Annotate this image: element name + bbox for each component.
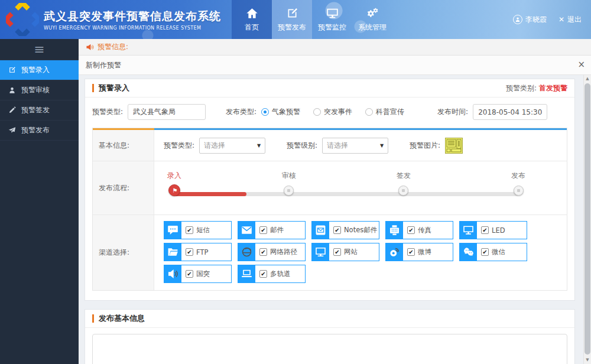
entry-detail-table: 基本信息: 预警类型: 请选择▼ 预警级别: 请选择▼ 预警图片:	[92, 128, 567, 291]
warning-category: 预警类别:首发预警	[506, 83, 567, 93]
ftp-icon	[164, 243, 181, 261]
checkbox-icon[interactable]: ✔	[259, 270, 267, 278]
checkbox-icon[interactable]: ✔	[333, 226, 341, 234]
channel-option[interactable]: ✔ 多轨道	[238, 265, 306, 283]
publish-panel-title: 发布基本信息	[99, 313, 145, 324]
channel-option[interactable]: ✔ 微博	[385, 243, 453, 261]
publish-info-textarea[interactable]	[92, 334, 567, 364]
channel-option[interactable]: ✔ Notes邮件	[311, 221, 379, 239]
sidebar-item[interactable]: 预警录入	[0, 60, 79, 80]
warning-entry-panel: 预警录入 预警类别:首发预警 预警类型: 发布类型: 气象预警 突发事件 科普宣…	[85, 79, 575, 301]
scroll-up-icon[interactable]: ▲	[584, 75, 591, 83]
channel-label: 传真	[418, 226, 431, 235]
gears-icon	[366, 7, 379, 20]
channel-label: 多轨道	[270, 269, 291, 278]
logout-label: 退出	[567, 15, 582, 25]
warning-type-input[interactable]	[128, 104, 206, 120]
scrollbar-thumb[interactable]	[584, 83, 590, 355]
channel-option[interactable]: ✔ 网站	[311, 243, 379, 261]
publish-type-radio[interactable]: 气象预警	[261, 107, 300, 117]
flow-step-handle[interactable]	[168, 184, 180, 196]
warning-type-select[interactable]: 请选择▼	[199, 138, 265, 154]
tab-bar: 新制作预警 ×	[79, 56, 591, 75]
channel-option[interactable]: ✔ LED	[459, 221, 527, 239]
publish-flow-row: 发布流程: 录入 审核 签发 发布	[93, 161, 567, 215]
megaphone-icon	[86, 43, 94, 51]
channel-option[interactable]: ✔ 短信	[164, 221, 232, 239]
flow-step-handle[interactable]	[398, 186, 408, 196]
flow-slider: 录入 审核 签发 发布	[166, 171, 555, 207]
flow-step: 签发	[383, 171, 424, 196]
app-logo	[6, 3, 39, 36]
checkbox-icon[interactable]: ✔	[481, 226, 489, 234]
flow-step: 录入	[154, 171, 195, 196]
sidebar-item[interactable]: 预警审核	[0, 80, 79, 100]
led-icon	[460, 222, 477, 239]
sidebar-item-label: 预警签发	[21, 105, 50, 115]
checkbox-icon[interactable]: ✔	[186, 226, 193, 234]
checkbox-icon[interactable]: ✔	[186, 248, 193, 256]
checkbox-icon[interactable]: ✔	[186, 270, 193, 278]
channel-label: Notes邮件	[344, 226, 377, 235]
chevron-down-icon: ▼	[380, 143, 384, 148]
basic-info-label: 基本信息:	[93, 130, 154, 161]
channel-select-row: 渠道选择: ✔ 短信 ✔ 邮件 ✔ Notes邮件 ✔ 传真 ✔	[93, 215, 567, 290]
radio-icon	[365, 108, 373, 116]
scroll-down-icon[interactable]: ▼	[584, 356, 591, 364]
channel-option[interactable]: ✔ 传真	[385, 221, 453, 239]
flow-step-handle[interactable]	[514, 186, 524, 196]
checkbox-icon[interactable]: ✔	[481, 248, 489, 256]
edit-icon	[8, 66, 16, 74]
channel-label: 网站	[344, 248, 358, 256]
accent-bar	[92, 84, 94, 92]
publish-type-radio[interactable]: 突发事件	[313, 107, 352, 117]
nav-item-label: 系统管理	[358, 22, 387, 32]
tab-new-warning[interactable]: 新制作预警	[86, 60, 121, 70]
sidebar-item[interactable]: 预警签发	[0, 100, 79, 121]
notice-label: 预警信息:	[98, 42, 128, 52]
radio-icon	[261, 108, 269, 116]
close-icon[interactable]: ×	[577, 60, 585, 69]
publish-time-input[interactable]	[473, 104, 547, 120]
checkbox-icon[interactable]: ✔	[407, 226, 415, 234]
channel-select-label: 渠道选择:	[93, 215, 154, 290]
website-icon	[312, 243, 329, 261]
logout-button[interactable]: ✕ 退出	[558, 15, 582, 25]
sidebar-item-label: 预警录入	[21, 65, 50, 75]
publish-type-radio[interactable]: 科普宣传	[365, 107, 404, 117]
channel-option[interactable]: ✔ 邮件	[238, 221, 306, 239]
user-menu[interactable]: 李晓霞	[513, 15, 547, 25]
nav-item[interactable]: 系统管理	[352, 0, 392, 39]
nav-item[interactable]: 首页	[232, 0, 272, 39]
publish-type-label: 发布类型:	[226, 107, 256, 117]
checkbox-icon[interactable]: ✔	[333, 248, 341, 256]
channel-option[interactable]: ✔ 微信	[459, 243, 527, 261]
nav-item[interactable]: 预警监控	[312, 0, 352, 39]
checkbox-icon[interactable]: ✔	[259, 226, 267, 234]
menu-toggle-icon[interactable]: ≡	[0, 39, 79, 60]
channel-option[interactable]: ✔ FTP	[164, 243, 232, 261]
channel-option[interactable]: ✔ 网络路径	[238, 243, 306, 261]
pen-icon	[8, 106, 16, 114]
sidebar: ≡ 预警录入 预警审核 预警签发 预警发布	[0, 39, 79, 364]
weibo-icon	[386, 243, 403, 261]
checkbox-icon[interactable]: ✔	[259, 248, 267, 256]
vertical-scrollbar[interactable]: ▲ ▼	[583, 75, 591, 364]
edit-icon	[286, 7, 298, 20]
notesmail-icon	[312, 222, 329, 239]
warning-level-select[interactable]: 请选择▼	[322, 138, 388, 154]
category-value: 首发预警	[539, 84, 567, 92]
accent-bar	[92, 314, 94, 323]
publish-time-label: 发布时间:	[437, 107, 468, 117]
sidebar-item[interactable]: 预警发布	[0, 121, 79, 141]
nav-item-label: 预警监控	[318, 22, 346, 32]
channel-option[interactable]: ✔ 国突	[164, 265, 232, 283]
flow-step-handle[interactable]	[284, 186, 294, 196]
warning-image-thumbnail[interactable]	[445, 138, 463, 154]
nav-item[interactable]: 预警发布	[272, 0, 312, 39]
app-header: 武义县突发事件预警信息发布系统 WUYI EMERGENCY WARNING I…	[0, 0, 591, 39]
app-title: 武义县突发事件预警信息发布系统	[44, 9, 221, 24]
scroll-area: 预警录入 预警类别:首发预警 预警类型: 发布类型: 气象预警 突发事件 科普宣…	[79, 75, 583, 364]
nav-item-label: 首页	[245, 22, 259, 32]
checkbox-icon[interactable]: ✔	[407, 248, 415, 256]
